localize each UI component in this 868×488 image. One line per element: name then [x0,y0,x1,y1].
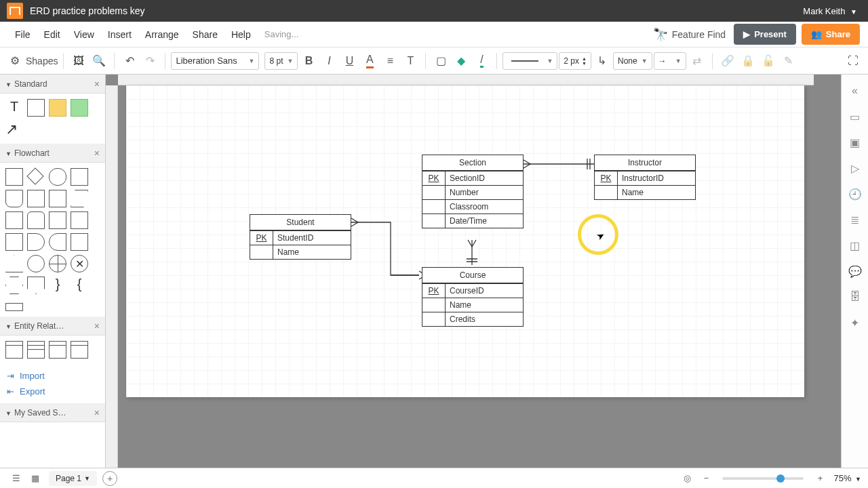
fc-shape[interactable] [5,233,23,251]
fc-parallelogram[interactable] [71,190,88,207]
fc-process[interactable] [5,168,23,186]
arrow-start-select[interactable]: None ▼ [613,52,652,70]
rect-shape[interactable] [27,99,45,117]
wand-button[interactable]: ✎ [779,52,798,70]
line-color-button[interactable]: / [472,52,491,70]
page-tab[interactable]: Page 1 ▼ [49,471,97,486]
er-entity[interactable] [5,341,23,359]
line-style-select[interactable]: ▼ [502,52,557,70]
close-icon[interactable]: × [94,407,100,418]
close-icon[interactable]: × [94,79,100,89]
fc-predefined[interactable] [71,168,88,186]
fc-terminator[interactable] [49,168,66,186]
fc-delay[interactable] [27,233,45,251]
comment-icon[interactable]: ▣ [848,136,862,149]
fc-database[interactable] [27,211,45,229]
fc-or[interactable] [49,255,66,272]
collapse-icon[interactable]: « [848,84,862,98]
image-icon[interactable]: 🖼 [69,52,88,70]
zoom-in-button[interactable]: + [810,471,829,486]
shape-style-button[interactable]: ▢ [431,52,450,70]
canvas-area[interactable]: Section PKSectionID Number Classroom Dat… [106,75,841,468]
menu-insert[interactable]: Insert [101,25,138,44]
group-standard[interactable]: ▼Standard × [0,75,105,94]
search-icon[interactable]: 🔍 [90,52,108,70]
user-menu[interactable]: Mark Keith ▼ [803,6,861,16]
fc-offpage[interactable] [27,277,45,294]
action-icon[interactable]: ✦ [848,316,862,329]
fc-decision[interactable] [27,168,45,186]
line-route-button[interactable]: ↳ [593,52,612,70]
layers-icon[interactable]: ≣ [848,213,862,226]
fc-brace-right[interactable]: { [71,277,88,294]
fc-shape[interactable] [49,211,66,229]
font-size-select[interactable]: 8 pt ▼ [264,52,298,70]
line-shape[interactable]: ↗ [5,121,23,138]
feature-find-button[interactable]: 🔭 Feature Find [653,27,726,42]
close-icon[interactable]: × [94,148,100,159]
redo-button[interactable]: ↷ [140,52,159,70]
fc-sum[interactable]: ✕ [71,255,88,272]
fill-color-button[interactable]: ◆ [452,52,471,70]
share-button[interactable]: 👥 Share [802,24,860,45]
italic-button[interactable]: I [319,52,338,70]
group-flowchart[interactable]: ▼Flowchart × [0,144,105,163]
fc-brace-left[interactable]: } [49,277,66,294]
add-page-button[interactable]: + [102,471,117,486]
zoom-out-button[interactable]: − [696,471,715,486]
unlock-button[interactable]: 🔓 [759,52,778,70]
page-icon[interactable]: ▭ [848,110,862,123]
entity-student[interactable]: Student PKStudentID Name [250,214,351,260]
fc-shape[interactable] [71,211,88,229]
er-entity-2[interactable] [27,341,45,359]
entity-course[interactable]: Course PKCourseID Name Credits [422,267,524,327]
zoom-level[interactable]: 75% ▼ [833,473,861,483]
fc-document[interactable] [5,190,23,207]
fc-display[interactable] [49,233,66,251]
text-shape[interactable]: T [5,99,23,117]
underline-button[interactable]: U [340,52,359,70]
history-icon[interactable]: 🕘 [848,187,862,201]
hotspot-shape[interactable] [71,99,88,117]
close-icon[interactable]: × [94,321,100,331]
present-button[interactable]: ▶ Present [734,24,796,45]
fc-merge[interactable] [5,255,23,272]
er-entity-4[interactable] [71,341,88,359]
note-shape[interactable] [49,99,66,117]
fc-connector[interactable] [27,255,45,272]
entity-section[interactable]: Section PKSectionID Number Classroom Dat… [422,155,524,228]
menu-file[interactable]: File [8,25,37,44]
master-icon[interactable]: ◫ [848,239,862,252]
text-color-button[interactable]: A [360,52,379,70]
canvas-page[interactable]: Section PKSectionID Number Classroom Dat… [126,85,804,397]
menu-help[interactable]: Help [224,25,258,44]
fc-shape[interactable] [5,211,23,229]
present-icon[interactable]: ▷ [848,161,862,175]
swap-button[interactable]: ⇄ [688,52,707,70]
gear-icon[interactable]: ⚙ [5,52,24,70]
font-select[interactable]: Liberation Sans ▼ [171,52,259,70]
chat-icon[interactable]: 💬 [848,264,862,278]
align-button[interactable]: ≡ [380,52,399,70]
menu-arrange[interactable]: Arrange [138,25,186,44]
group-saved[interactable]: ▼My Saved S… × [0,403,105,422]
grid-view-icon[interactable]: ▦ [26,471,45,486]
zoom-reset-icon[interactable]: ◎ [677,471,696,486]
data-icon[interactable]: 🗄 [848,290,862,304]
zoom-slider[interactable] [722,477,804,480]
fc-multidoc[interactable] [27,190,45,207]
arrow-end-select[interactable]: → ▼ [654,52,686,70]
fullscreen-button[interactable]: ⛶ [844,52,863,70]
fc-data[interactable] [49,190,66,207]
er-entity-3[interactable] [49,341,66,359]
menu-edit[interactable]: Edit [37,25,67,44]
menu-share[interactable]: Share [186,25,224,44]
fc-swimlane[interactable] [5,303,23,311]
menu-view[interactable]: View [67,25,101,44]
export-link[interactable]: ⇤ Export [7,384,98,399]
lock-button[interactable]: 🔒 [738,52,757,70]
text-box-button[interactable]: T [401,52,420,70]
fc-shape[interactable] [71,233,88,251]
fc-prep[interactable] [5,277,23,294]
import-link[interactable]: ⇥ Import [7,368,98,384]
